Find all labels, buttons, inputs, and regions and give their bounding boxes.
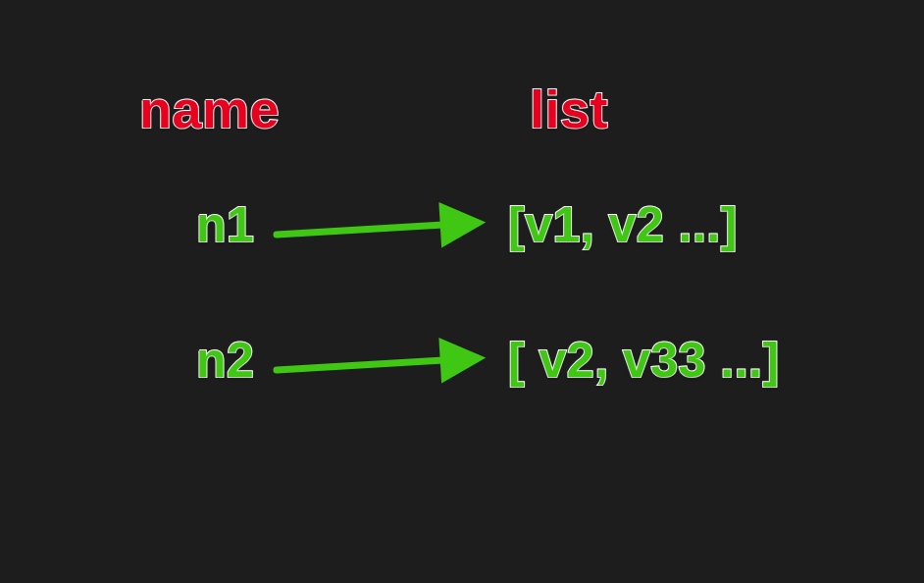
header-name: name — [139, 79, 280, 139]
row-1-list: [ v2, v33 ...] — [508, 332, 780, 389]
row-1-name: n2 — [196, 332, 254, 389]
arrow-icon — [273, 337, 485, 386]
header-list: list — [530, 79, 608, 139]
row-0-name: n1 — [196, 196, 254, 253]
svg-line-1 — [277, 358, 477, 370]
arrow-icon — [273, 201, 485, 250]
row-0-list: [v1, v2 ...] — [508, 196, 738, 253]
svg-line-0 — [277, 223, 477, 235]
diagram-canvas: name list n1 [v1, v2 ...] n2 [ v2, v33 .… — [0, 0, 924, 583]
